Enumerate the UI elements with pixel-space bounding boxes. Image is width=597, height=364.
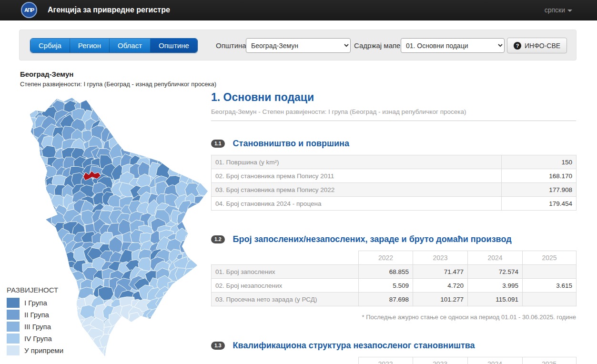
municipality-shape[interactable] — [121, 346, 136, 359]
municipality-shape[interactable] — [142, 325, 157, 341]
municipality-shape[interactable] — [196, 295, 208, 310]
municipality-shape[interactable] — [21, 233, 30, 249]
municipality-shape[interactable] — [197, 258, 208, 274]
municipality-shape[interactable] — [185, 144, 201, 160]
municipality-shape[interactable] — [176, 160, 191, 174]
municipality-shape[interactable] — [186, 162, 203, 179]
municipality-shape[interactable] — [149, 313, 166, 330]
municipality-shape[interactable] — [160, 143, 176, 158]
municipality-shape[interactable] — [187, 309, 204, 323]
municipality-shape[interactable] — [187, 119, 200, 136]
municipality-shape[interactable] — [25, 238, 42, 255]
municipality-shape[interactable] — [21, 100, 29, 117]
municipality-shape[interactable] — [189, 328, 202, 342]
municipality-shape[interactable] — [23, 260, 41, 273]
municipality-shape[interactable] — [196, 160, 208, 172]
municipality-shape[interactable] — [54, 267, 68, 283]
municipality-shape[interactable] — [197, 290, 208, 303]
municipality-shape[interactable] — [46, 258, 61, 273]
municipality-shape[interactable] — [110, 333, 124, 349]
municipality-shape[interactable] — [185, 298, 202, 312]
municipality-shape[interactable] — [197, 324, 208, 339]
municipality-shape[interactable] — [196, 104, 208, 121]
municipality-shape[interactable] — [103, 345, 115, 359]
municipality-shape[interactable] — [198, 343, 208, 356]
municipality-shape[interactable] — [121, 134, 135, 149]
municipality-shape[interactable] — [176, 326, 191, 342]
municipality-shape[interactable] — [180, 241, 193, 253]
municipality-shape[interactable] — [25, 184, 41, 200]
municipality-shape[interactable] — [183, 292, 199, 305]
municipality-shape[interactable] — [197, 162, 208, 179]
municipality-shape[interactable] — [165, 353, 182, 363]
municipality-shape[interactable] — [29, 270, 42, 288]
municipality-shape[interactable] — [169, 149, 182, 164]
municipality-shape[interactable] — [193, 102, 207, 117]
municipality-shape[interactable] — [125, 119, 142, 131]
municipality-shape[interactable] — [141, 115, 155, 131]
municipality-shape[interactable] — [118, 333, 134, 349]
municipality-shape[interactable] — [198, 242, 208, 258]
tab-oblast[interactable]: Област — [110, 39, 151, 52]
municipality-shape[interactable] — [21, 94, 30, 104]
municipality-shape[interactable] — [21, 258, 28, 273]
municipality-shape[interactable] — [193, 334, 208, 347]
municipality-shape[interactable] — [160, 314, 175, 329]
municipality-shape[interactable] — [21, 244, 32, 257]
municipality-shape[interactable] — [141, 108, 155, 123]
municipality-shape[interactable] — [120, 318, 136, 334]
municipality-shape[interactable] — [23, 210, 38, 225]
municipality-shape[interactable] — [176, 98, 192, 114]
municipality-shape[interactable] — [21, 195, 29, 209]
municipality-shape[interactable] — [159, 107, 175, 122]
municipality-shape[interactable] — [167, 307, 183, 324]
municipality-shape[interactable] — [167, 94, 182, 105]
municipality-shape[interactable] — [35, 267, 49, 283]
municipality-shape[interactable] — [182, 275, 197, 291]
municipality-shape[interactable] — [185, 355, 201, 363]
municipality-shape[interactable] — [175, 129, 189, 144]
municipality-shape[interactable] — [29, 202, 42, 219]
municipality-shape[interactable] — [148, 338, 162, 351]
municipality-shape[interactable] — [150, 347, 165, 362]
municipality-shape[interactable] — [35, 193, 51, 210]
municipality-shape[interactable] — [27, 193, 40, 208]
municipality-shape[interactable] — [145, 108, 161, 121]
municipality-shape[interactable] — [137, 138, 150, 151]
municipality-shape[interactable] — [198, 267, 208, 283]
municipality-shape[interactable] — [175, 292, 190, 307]
tab-opstine[interactable]: Општине — [151, 39, 197, 52]
municipality-shape[interactable] — [175, 307, 191, 322]
municipality-shape[interactable] — [131, 327, 146, 343]
municipality-shape[interactable] — [182, 130, 198, 146]
municipality-shape[interactable] — [141, 344, 157, 359]
municipality-shape[interactable] — [44, 242, 61, 259]
municipality-shape[interactable] — [127, 110, 143, 125]
municipality-shape[interactable] — [119, 94, 135, 102]
municipality-shape[interactable] — [147, 134, 162, 151]
municipality-shape[interactable] — [21, 158, 34, 173]
municipality-shape[interactable] — [157, 129, 173, 144]
municipality-shape[interactable] — [196, 317, 208, 333]
municipality-shape[interactable] — [128, 347, 141, 362]
municipality-shape[interactable] — [193, 145, 208, 160]
municipality-shape[interactable] — [178, 119, 193, 134]
municipality-shape[interactable] — [177, 300, 194, 313]
municipality-shape[interactable] — [25, 233, 40, 247]
municipality-shape[interactable] — [126, 129, 141, 144]
municipality-shape[interactable] — [120, 350, 135, 363]
municipality-shape[interactable] — [150, 96, 165, 112]
municipality-shape[interactable] — [183, 335, 201, 352]
municipality-shape[interactable] — [128, 336, 144, 354]
municipality-shape[interactable] — [116, 327, 134, 341]
municipality-shape[interactable] — [157, 353, 171, 363]
tab-srbija[interactable]: Србија — [30, 39, 70, 52]
municipality-shape[interactable] — [149, 129, 164, 145]
municipality-shape[interactable] — [35, 234, 51, 250]
municipality-shape[interactable] — [185, 317, 200, 332]
municipality-shape[interactable] — [24, 250, 40, 266]
municipality-shape[interactable] — [130, 99, 147, 113]
municipality-shape[interactable] — [147, 94, 161, 101]
municipality-shape[interactable] — [108, 108, 123, 123]
apr-logo-icon[interactable]: АПР — [21, 2, 37, 18]
